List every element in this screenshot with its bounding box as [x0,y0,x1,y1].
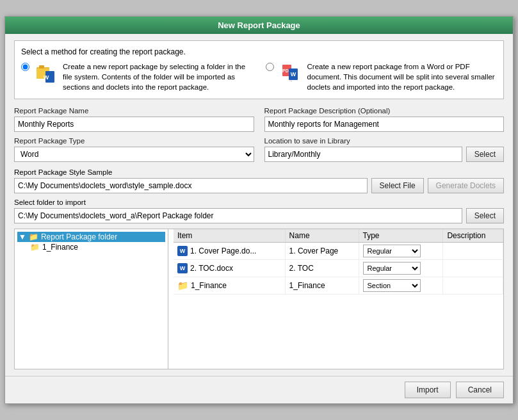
method-section: Select a method for creating the report … [14,40,504,99]
table-row: W2. TOC.docx2. TOCRegularSectionSuppleme… [174,260,503,277]
rp-desc-input[interactable] [264,117,505,132]
item-filename: 2. TOC.docx [190,264,233,273]
style-sample-section: Report Package Style Sample Select File … [14,168,504,193]
table-row: 📁1_Finance1_FinanceRegularSectionSupplem… [174,277,503,295]
import-button[interactable]: Import [405,382,451,398]
table-row: W1. Cover Page.do...1. Cover PageRegular… [174,243,503,260]
pdf-word-icon: PDF W → [279,61,302,85]
folder-input[interactable] [14,208,462,223]
dialog-body: Select a method for creating the report … [5,34,513,376]
folder-icon: 📁 [29,232,38,241]
tree-root-label: Report Package folder [41,232,117,241]
folder-row: Select [14,208,504,223]
item-filename: 1. Cover Page.do... [190,246,256,255]
method-text-2: Create a new report package from a Word … [307,61,498,92]
folder-section: Select folder to import Select [14,198,504,223]
rp-name-label: Report Package Name [14,107,254,115]
cell-item: W1. Cover Page.do... [174,243,285,260]
cell-item: 📁1_Finance [174,277,285,295]
tree-root-item[interactable]: ▼ 📁 Report Package folder [17,232,165,242]
folder-label: Select folder to import [14,198,504,206]
rp-type-group: Report Package Type Word PDF [14,137,254,162]
svg-text:W: W [44,74,49,81]
cell-type: RegularSectionSupplemental [359,243,443,260]
folder-icon-child: 📁 [30,243,40,252]
tree-child-label: 1_Finance [42,243,78,252]
item-filename: 1_Finance [191,281,227,290]
type-select[interactable]: RegularSectionSupplemental [363,279,421,292]
method-option-2: PDF W → Create a new report package from… [266,61,498,92]
cell-item: W2. TOC.docx [174,260,285,277]
form-section: Report Package Name Report Package Descr… [14,107,504,162]
location-group: Location to save in Library Select [264,137,505,162]
method-options: W Create a new report package by selecti… [21,61,497,92]
select-folder-button[interactable]: Select [466,208,504,223]
select-location-button[interactable]: Select [466,147,504,162]
col-name: Name [285,229,359,243]
type-select[interactable]: RegularSectionSupplemental [363,245,421,257]
cell-type: RegularSectionSupplemental [359,277,443,295]
word-doc-icon: W [177,246,188,256]
location-label: Location to save in Library [264,137,505,145]
cell-type: RegularSectionSupplemental [359,260,443,277]
type-select[interactable]: RegularSectionSupplemental [363,262,421,275]
location-input[interactable] [264,147,462,162]
items-table: Item Name Type Description W1. Cover Pag… [174,229,503,295]
word-doc-icon: W [177,263,188,273]
rp-type-select[interactable]: Word PDF [14,147,254,162]
cancel-button[interactable]: Cancel [456,382,504,398]
method-label: Select a method for creating the report … [21,47,497,56]
location-row: Select [264,147,505,162]
generate-doclets-button[interactable]: Generate Doclets [428,178,504,193]
rp-desc-label: Report Package Description (Optional) [264,107,505,115]
svg-rect-2 [39,65,44,69]
lower-section: ▼ 📁 Report Package folder 📁 1_Finance It… [14,229,504,369]
method-radio-2[interactable] [266,63,274,71]
method-radio-1[interactable] [21,63,29,71]
method-option-1: W Create a new report package by selecti… [21,61,253,92]
cell-name: 1. Cover Page [285,243,359,260]
folder-file-icon: W [35,61,58,85]
rp-name-group: Report Package Name [14,107,254,132]
col-type: Type [359,229,443,243]
cell-description [443,243,503,260]
cell-description [443,277,503,295]
col-item: Item [174,229,285,243]
method-text-1: Create a new report package by selecting… [63,61,253,92]
style-sample-label: Report Package Style Sample [14,168,504,176]
table-pane: Item Name Type Description W1. Cover Pag… [174,229,503,369]
svg-text:→: → [288,79,293,83]
select-file-button[interactable]: Select File [371,178,424,193]
dialog-footer: Import Cancel [5,376,513,403]
dialog: New Report Package Select a method for c… [4,16,514,404]
col-description: Description [443,229,503,243]
cell-name: 2. TOC [285,260,359,277]
tree-pane: ▼ 📁 Report Package folder 📁 1_Finance [15,229,168,369]
tree-child-item[interactable]: 📁 1_Finance [17,242,165,252]
cell-description [443,260,503,277]
expand-icon: ▼ [19,232,26,241]
title-text: New Report Package [218,20,300,30]
svg-text:W: W [290,71,296,77]
rp-type-label: Report Package Type [14,137,254,145]
rp-desc-group: Report Package Description (Optional) [264,107,505,132]
rp-name-input[interactable] [14,117,254,132]
dialog-title: New Report Package [5,17,513,34]
cell-name: 1_Finance [285,277,359,295]
style-sample-row: Select File Generate Doclets [14,178,504,193]
folder-doc-icon: 📁 [177,280,188,291]
style-sample-input[interactable] [14,178,368,193]
